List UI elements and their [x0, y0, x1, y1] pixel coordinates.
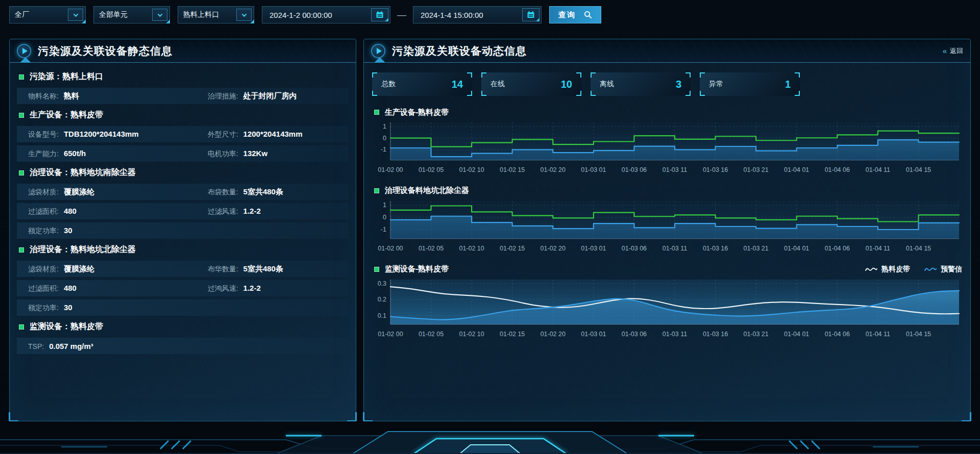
- svg-text:01-04 06: 01-04 06: [825, 166, 850, 173]
- corner-accent: [481, 72, 486, 78]
- dynamic-panel-body: 总数14在线10离线3异常1 生产设备-熟料皮带10-101-02 0001-0…: [364, 63, 970, 338]
- chevron-down-icon[interactable]: [68, 9, 83, 21]
- section-header-label: 污染源：熟料上料口: [30, 71, 103, 82]
- info-label: 设备型号:: [28, 130, 59, 139]
- chart-area-treatment-dust-collector: 10-101-02 0001-02 0501-02 1001-02 1501-0…: [372, 198, 962, 253]
- chevron-down-icon[interactable]: [236, 9, 252, 21]
- corner-accent: [685, 91, 691, 96]
- green-square-icon: [19, 74, 24, 80]
- double-chevron-left-icon: «: [943, 46, 946, 55]
- svg-text:01-03 21: 01-03 21: [743, 330, 768, 337]
- info-label: 过滤风速:: [208, 207, 238, 216]
- corner-accent: [591, 91, 596, 96]
- info-cell: 物料名称:熟料: [28, 91, 208, 101]
- svg-text:01-03 16: 01-03 16: [703, 330, 728, 337]
- info-label: 滤袋材质:: [28, 188, 59, 197]
- chart-title: 治理设备料地坑北除尘器: [385, 186, 469, 195]
- info-value: 650t/h: [64, 149, 86, 158]
- info-value: 处于封闭厂房内: [243, 91, 297, 101]
- filter-select-plant-value: 全厂: [15, 10, 29, 19]
- info-row: 物料名称:熟料治理措施:处于封闭厂房内: [17, 88, 349, 104]
- corner-accent: [481, 91, 486, 96]
- svg-text:01-02 10: 01-02 10: [459, 330, 484, 337]
- calendar-icon[interactable]: [522, 8, 540, 21]
- svg-text:01-03 21: 01-03 21: [744, 245, 769, 252]
- search-button-label: 查询: [558, 10, 576, 20]
- legend-item-熟料皮带[interactable]: 熟料皮带: [865, 265, 910, 274]
- info-cell: 电机功率:132Kw: [208, 149, 349, 159]
- svg-text:01-03 01: 01-03 01: [581, 166, 606, 173]
- search-button[interactable]: 查询: [549, 6, 601, 23]
- svg-text:01-04 11: 01-04 11: [866, 330, 890, 337]
- footer-decoration-graphic: [0, 421, 980, 454]
- charts-container: 生产设备-熟料皮带10-101-02 0001-02 0501-02 1001-…: [372, 105, 962, 338]
- date-to-input[interactable]: 2024-1-4 15:00:00: [413, 6, 542, 23]
- stat-label: 总数: [381, 80, 396, 89]
- corner-accent: [372, 72, 377, 78]
- search-icon: [584, 11, 592, 19]
- info-value: 0.057 mg/m³: [49, 342, 93, 350]
- info-value: 480: [64, 284, 77, 292]
- stat-box-异常: 异常1: [700, 72, 800, 96]
- stat-label: 离线: [600, 80, 614, 89]
- corner-accent: [576, 72, 581, 78]
- svg-text:-1: -1: [381, 146, 386, 153]
- calendar-icon[interactable]: [371, 8, 388, 21]
- chart-header-monitor-belt: 监测设备-熟料皮带熟料皮带预警信: [372, 262, 962, 276]
- date-to-value: 2024-1-4 15:00:00: [421, 11, 483, 19]
- svg-text:01-04 15: 01-04 15: [906, 245, 931, 252]
- svg-text:01-03 01: 01-03 01: [581, 330, 606, 337]
- info-row: 滤袋材质:覆膜涤纶布华数量:5室共480条: [17, 261, 349, 277]
- svg-text:01-02 10: 01-02 10: [459, 166, 484, 173]
- svg-text:01-02 15: 01-02 15: [500, 245, 525, 252]
- info-label: 滤袋材质:: [28, 265, 59, 274]
- chart-monitor-belt: 0.30.20.101-02 0001-02 0501-02 1001-02 1…: [372, 276, 962, 339]
- chart-production-belt: 10-101-02 0001-02 0501-02 1001-02 1501-0…: [372, 119, 962, 174]
- chart-header-treatment-dust-collector: 治理设备料地坑北除尘器: [372, 184, 962, 198]
- footer-decoration: [0, 421, 980, 454]
- info-label: 生产能力:: [28, 149, 59, 159]
- svg-text:01-04 15: 01-04 15: [906, 166, 931, 173]
- svg-text:01-04 06: 01-04 06: [825, 245, 850, 252]
- stat-value: 10: [561, 79, 572, 90]
- info-row: 额定功率:30: [17, 222, 349, 239]
- legend-item-预警信[interactable]: 预警信: [924, 265, 962, 274]
- static-info-panel: 污染源及关联设备静态信息 污染源：熟料上料口物料名称:熟料治理措施:处于封闭厂房…: [9, 39, 356, 421]
- chart-block-production-belt: 生产设备-熟料皮带10-101-02 0001-02 0501-02 1001-…: [372, 105, 962, 174]
- svg-text:01-02 20: 01-02 20: [541, 245, 566, 252]
- date-from-value: 2024-1-2 00:00:00: [270, 11, 332, 19]
- filter-select-source[interactable]: 熟料上料口: [178, 6, 254, 23]
- svg-text:01-02 05: 01-02 05: [419, 245, 444, 252]
- section-header-label: 治理设备：熟料地坑北除尘器: [30, 244, 136, 255]
- back-button[interactable]: « 返回: [943, 46, 963, 56]
- info-cell: 滤袋材质:覆膜涤纶: [28, 264, 208, 274]
- info-row: 滤袋材质:覆膜涤纶布袋数量:5室共480条: [17, 184, 349, 200]
- info-label: 过鸿风速:: [208, 284, 238, 293]
- info-label: 外型尺寸:: [208, 130, 238, 139]
- info-cell: 治理措施:处于封闭厂房内: [208, 91, 349, 101]
- corner-accent: [591, 72, 596, 78]
- chevron-down-icon[interactable]: [152, 9, 167, 21]
- info-value: 132Kw: [243, 149, 268, 158]
- section-header-label: 生产设备：熟料皮带: [30, 110, 103, 120]
- corner-accent: [576, 91, 581, 96]
- info-cell: 滤袋材质:覆膜涤纶: [28, 187, 208, 197]
- svg-text:01-03 11: 01-03 11: [663, 245, 687, 252]
- back-button-label: 返回: [950, 46, 963, 56]
- info-label: 额定功率:: [28, 304, 59, 313]
- svg-text:01-02 05: 01-02 05: [419, 330, 444, 337]
- stat-box-离线: 离线3: [591, 72, 691, 96]
- section-header: 监测设备：熟料皮带: [17, 319, 349, 335]
- filter-select-plant[interactable]: 全厂: [9, 6, 86, 23]
- info-label: 治理措施:: [208, 92, 238, 101]
- svg-text:1: 1: [383, 123, 386, 130]
- filter-select-unit[interactable]: 全部单元: [93, 6, 170, 23]
- date-from-input[interactable]: 2024-1-2 00:00:00: [262, 6, 390, 23]
- info-row: 额定功率:30: [17, 299, 349, 316]
- info-value: 30: [64, 303, 72, 312]
- legend-label: 熟料皮带: [881, 265, 910, 274]
- info-value: 熟料: [64, 91, 79, 101]
- green-square-icon: [19, 247, 24, 253]
- svg-text:1: 1: [383, 201, 386, 209]
- info-row: 过滤面积:480过滤风速:1.2-2: [17, 203, 349, 219]
